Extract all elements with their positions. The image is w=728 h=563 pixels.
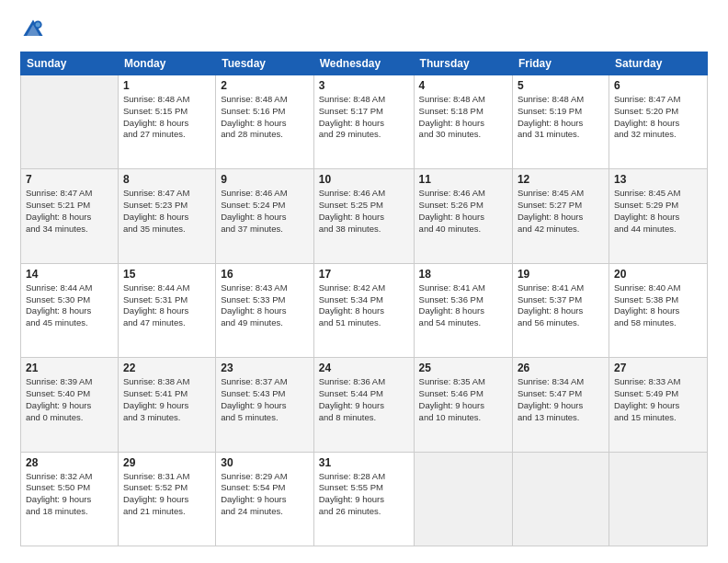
cell-content: Sunrise: 8:48 AM Sunset: 5:19 PM Dayligh… xyxy=(518,94,604,141)
calendar-cell: 22Sunrise: 8:38 AM Sunset: 5:41 PM Dayli… xyxy=(118,358,215,452)
calendar-cell: 11Sunrise: 8:46 AM Sunset: 5:26 PM Dayli… xyxy=(414,169,512,263)
week-row-3: 14Sunrise: 8:44 AM Sunset: 5:30 PM Dayli… xyxy=(21,263,708,357)
day-number: 16 xyxy=(221,268,309,281)
week-row-2: 7Sunrise: 8:47 AM Sunset: 5:21 PM Daylig… xyxy=(21,169,708,263)
calendar-cell: 1Sunrise: 8:48 AM Sunset: 5:15 PM Daylig… xyxy=(118,75,215,169)
calendar-cell: 8Sunrise: 8:47 AM Sunset: 5:23 PM Daylig… xyxy=(118,169,215,263)
calendar-cell: 14Sunrise: 8:44 AM Sunset: 5:30 PM Dayli… xyxy=(21,263,119,357)
cell-content: Sunrise: 8:42 AM Sunset: 5:34 PM Dayligh… xyxy=(319,282,409,329)
calendar-cell: 9Sunrise: 8:46 AM Sunset: 5:24 PM Daylig… xyxy=(216,169,314,263)
calendar-cell: 15Sunrise: 8:44 AM Sunset: 5:31 PM Dayli… xyxy=(118,263,215,357)
cell-content: Sunrise: 8:48 AM Sunset: 5:16 PM Dayligh… xyxy=(221,94,309,141)
header-day-sunday: Sunday xyxy=(21,52,119,75)
calendar-cell: 27Sunrise: 8:33 AM Sunset: 5:49 PM Dayli… xyxy=(609,358,707,452)
day-number: 29 xyxy=(123,456,210,469)
calendar-cell: 16Sunrise: 8:43 AM Sunset: 5:33 PM Dayli… xyxy=(216,263,314,357)
day-number: 13 xyxy=(614,173,702,186)
day-number: 6 xyxy=(614,79,702,92)
svg-point-3 xyxy=(36,22,40,27)
calendar-cell: 7Sunrise: 8:47 AM Sunset: 5:21 PM Daylig… xyxy=(21,169,119,263)
calendar-cell: 24Sunrise: 8:36 AM Sunset: 5:44 PM Dayli… xyxy=(313,358,414,452)
calendar-cell: 4Sunrise: 8:48 AM Sunset: 5:18 PM Daylig… xyxy=(414,75,512,169)
day-number: 15 xyxy=(123,268,210,281)
day-number: 18 xyxy=(419,268,507,281)
calendar-cell: 21Sunrise: 8:39 AM Sunset: 5:40 PM Dayli… xyxy=(21,358,119,452)
calendar-cell: 18Sunrise: 8:41 AM Sunset: 5:36 PM Dayli… xyxy=(414,263,512,357)
week-row-1: 1Sunrise: 8:48 AM Sunset: 5:15 PM Daylig… xyxy=(21,75,708,169)
logo xyxy=(20,17,51,42)
calendar-cell: 17Sunrise: 8:42 AM Sunset: 5:34 PM Dayli… xyxy=(313,263,414,357)
calendar-cell: 2Sunrise: 8:48 AM Sunset: 5:16 PM Daylig… xyxy=(216,75,314,169)
calendar-cell: 29Sunrise: 8:31 AM Sunset: 5:52 PM Dayli… xyxy=(118,452,215,546)
header-day-saturday: Saturday xyxy=(609,52,707,75)
calendar-cell: 10Sunrise: 8:46 AM Sunset: 5:25 PM Dayli… xyxy=(313,169,414,263)
cell-content: Sunrise: 8:29 AM Sunset: 5:54 PM Dayligh… xyxy=(221,471,309,518)
cell-content: Sunrise: 8:47 AM Sunset: 5:20 PM Dayligh… xyxy=(614,94,702,141)
calendar-cell xyxy=(21,75,119,169)
day-number: 3 xyxy=(319,79,409,92)
header-row: SundayMondayTuesdayWednesdayThursdayFrid… xyxy=(21,52,708,75)
day-number: 22 xyxy=(123,362,210,374)
header-day-wednesday: Wednesday xyxy=(313,52,414,75)
cell-content: Sunrise: 8:46 AM Sunset: 5:25 PM Dayligh… xyxy=(319,188,409,235)
calendar-cell xyxy=(512,452,609,546)
cell-content: Sunrise: 8:48 AM Sunset: 5:18 PM Dayligh… xyxy=(419,94,507,141)
cell-content: Sunrise: 8:46 AM Sunset: 5:24 PM Dayligh… xyxy=(221,188,309,235)
day-number: 20 xyxy=(614,268,702,281)
day-number: 7 xyxy=(26,173,113,186)
cell-content: Sunrise: 8:43 AM Sunset: 5:33 PM Dayligh… xyxy=(221,282,309,329)
day-number: 10 xyxy=(319,173,409,186)
cell-content: Sunrise: 8:31 AM Sunset: 5:52 PM Dayligh… xyxy=(123,471,210,518)
day-number: 27 xyxy=(614,362,702,374)
cell-content: Sunrise: 8:37 AM Sunset: 5:43 PM Dayligh… xyxy=(221,376,309,423)
day-number: 21 xyxy=(26,362,113,374)
calendar-cell: 3Sunrise: 8:48 AM Sunset: 5:17 PM Daylig… xyxy=(313,75,414,169)
day-number: 11 xyxy=(419,173,507,186)
cell-content: Sunrise: 8:28 AM Sunset: 5:55 PM Dayligh… xyxy=(319,471,409,518)
cell-content: Sunrise: 8:44 AM Sunset: 5:30 PM Dayligh… xyxy=(26,282,113,329)
calendar-cell xyxy=(609,452,707,546)
day-number: 19 xyxy=(518,268,604,281)
day-number: 25 xyxy=(419,362,507,374)
header-day-friday: Friday xyxy=(512,52,609,75)
day-number: 12 xyxy=(518,173,604,186)
calendar-table: SundayMondayTuesdayWednesdayThursdayFrid… xyxy=(20,52,708,546)
calendar-cell: 26Sunrise: 8:34 AM Sunset: 5:47 PM Dayli… xyxy=(512,358,609,452)
day-number: 1 xyxy=(123,79,210,92)
cell-content: Sunrise: 8:41 AM Sunset: 5:36 PM Dayligh… xyxy=(419,282,507,329)
day-number: 28 xyxy=(26,456,113,469)
week-row-4: 21Sunrise: 8:39 AM Sunset: 5:40 PM Dayli… xyxy=(21,358,708,452)
week-row-5: 28Sunrise: 8:32 AM Sunset: 5:50 PM Dayli… xyxy=(21,452,708,546)
day-number: 30 xyxy=(221,456,309,469)
calendar-cell: 19Sunrise: 8:41 AM Sunset: 5:37 PM Dayli… xyxy=(512,263,609,357)
cell-content: Sunrise: 8:40 AM Sunset: 5:38 PM Dayligh… xyxy=(614,282,702,329)
day-number: 24 xyxy=(319,362,409,374)
calendar-cell: 23Sunrise: 8:37 AM Sunset: 5:43 PM Dayli… xyxy=(216,358,314,452)
day-number: 8 xyxy=(123,173,210,186)
calendar-cell: 28Sunrise: 8:32 AM Sunset: 5:50 PM Dayli… xyxy=(21,452,119,546)
logo-icon xyxy=(20,17,46,42)
calendar-cell: 20Sunrise: 8:40 AM Sunset: 5:38 PM Dayli… xyxy=(609,263,707,357)
calendar-cell: 5Sunrise: 8:48 AM Sunset: 5:19 PM Daylig… xyxy=(512,75,609,169)
day-number: 17 xyxy=(319,268,409,281)
header-day-monday: Monday xyxy=(118,52,215,75)
calendar-cell: 12Sunrise: 8:45 AM Sunset: 5:27 PM Dayli… xyxy=(512,169,609,263)
calendar-cell: 6Sunrise: 8:47 AM Sunset: 5:20 PM Daylig… xyxy=(609,75,707,169)
day-number: 26 xyxy=(518,362,604,374)
cell-content: Sunrise: 8:34 AM Sunset: 5:47 PM Dayligh… xyxy=(518,376,604,423)
cell-content: Sunrise: 8:33 AM Sunset: 5:49 PM Dayligh… xyxy=(614,376,702,423)
cell-content: Sunrise: 8:46 AM Sunset: 5:26 PM Dayligh… xyxy=(419,188,507,235)
cell-content: Sunrise: 8:47 AM Sunset: 5:23 PM Dayligh… xyxy=(123,188,210,235)
cell-content: Sunrise: 8:41 AM Sunset: 5:37 PM Dayligh… xyxy=(518,282,604,329)
cell-content: Sunrise: 8:47 AM Sunset: 5:21 PM Dayligh… xyxy=(26,188,113,235)
calendar-cell: 30Sunrise: 8:29 AM Sunset: 5:54 PM Dayli… xyxy=(216,452,314,546)
cell-content: Sunrise: 8:38 AM Sunset: 5:41 PM Dayligh… xyxy=(123,376,210,423)
calendar-cell xyxy=(414,452,512,546)
cell-content: Sunrise: 8:45 AM Sunset: 5:29 PM Dayligh… xyxy=(614,188,702,235)
cell-content: Sunrise: 8:36 AM Sunset: 5:44 PM Dayligh… xyxy=(319,376,409,423)
header-day-tuesday: Tuesday xyxy=(216,52,314,75)
day-number: 5 xyxy=(518,79,604,92)
cell-content: Sunrise: 8:32 AM Sunset: 5:50 PM Dayligh… xyxy=(26,471,113,518)
day-number: 14 xyxy=(26,268,113,281)
header xyxy=(20,17,708,42)
